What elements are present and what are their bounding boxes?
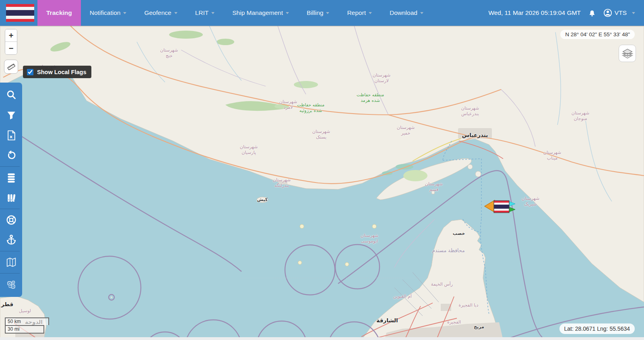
thailand-flag-logo[interactable] xyxy=(6,4,34,22)
database-icon xyxy=(6,172,17,183)
chevron-down-icon xyxy=(632,12,635,14)
chevron-down-icon xyxy=(286,12,289,14)
map-icon xyxy=(5,256,17,268)
nav-report[interactable]: Report xyxy=(338,0,381,26)
search-button[interactable] xyxy=(0,85,22,105)
divider xyxy=(0,166,20,167)
scale-mi: 30 mi xyxy=(5,325,44,334)
anchor-icon xyxy=(5,234,17,246)
show-local-flags-toggle: Show Local Flags xyxy=(23,66,91,78)
nav-geofence[interactable]: Geofence xyxy=(135,0,186,26)
archive-icon xyxy=(6,192,17,203)
main-menu: Tracking Notification Geofence LRIT Ship… xyxy=(37,0,432,26)
map-button[interactable] xyxy=(0,252,22,272)
divider xyxy=(0,273,20,274)
measure-tool-button[interactable] xyxy=(4,60,18,74)
layers-icon xyxy=(621,48,634,60)
divider xyxy=(0,209,20,209)
excel-export-button[interactable]: x xyxy=(0,125,22,145)
user-circle-icon xyxy=(603,8,612,17)
database-button[interactable] xyxy=(0,168,22,188)
nav-download[interactable]: Download xyxy=(381,0,432,26)
nav-lrit[interactable]: LRIT xyxy=(186,0,224,26)
nav-notification[interactable]: Notification xyxy=(81,0,136,26)
chevron-down-icon xyxy=(369,12,372,14)
bell-icon xyxy=(588,9,596,17)
cluster-button[interactable] xyxy=(0,274,22,294)
user-menu[interactable]: VTS xyxy=(603,8,635,17)
show-local-flags-checkbox[interactable] xyxy=(27,69,33,75)
filter-icon xyxy=(6,110,17,121)
vts-application: Tracking Notification Geofence LRIT Ship… xyxy=(0,0,644,340)
search-icon xyxy=(5,89,17,101)
datetime-display: Wed, 11 Mar 2026 05:19:04 GMT xyxy=(488,9,580,17)
map-tools-sidebar: x xyxy=(0,83,22,297)
chevron-down-icon xyxy=(123,12,126,14)
nav-tracking[interactable]: Tracking xyxy=(37,0,81,26)
navbar-right: Wed, 11 Mar 2026 05:19:04 GMT VTS xyxy=(488,8,644,17)
chevron-down-icon xyxy=(420,12,423,14)
layers-control-button[interactable] xyxy=(619,45,636,62)
archive-button[interactable] xyxy=(0,188,22,208)
refresh-button[interactable] xyxy=(0,145,22,166)
show-local-flags-label: Show Local Flags xyxy=(37,69,86,75)
vessel-arrow-orange xyxy=(485,200,495,212)
filter-button[interactable] xyxy=(0,105,22,125)
refresh-icon xyxy=(6,150,17,161)
excel-export-icon: x xyxy=(6,130,17,141)
notifications-bell-button[interactable] xyxy=(588,9,596,17)
map-scale-control: 50 km 30 mi xyxy=(5,317,49,334)
zoom-out-button[interactable]: − xyxy=(5,42,17,54)
map-artwork xyxy=(0,26,644,340)
bottom-edge-strip xyxy=(0,337,644,340)
ruler-icon xyxy=(7,62,16,71)
top-navbar: Tracking Notification Geofence LRIT Ship… xyxy=(0,0,644,26)
chevron-down-icon xyxy=(174,12,178,14)
cluster-icon xyxy=(6,279,17,290)
scale-km: 50 km xyxy=(5,317,49,325)
zoom-control: + − xyxy=(5,29,17,55)
user-label: VTS xyxy=(615,9,627,17)
lifebuoy-button[interactable] xyxy=(0,210,22,230)
chevron-down-icon xyxy=(211,12,215,14)
svg-text:x: x xyxy=(9,134,12,139)
thai-flag xyxy=(494,201,509,213)
nav-ship-management[interactable]: Ship Management xyxy=(223,0,298,26)
lifebuoy-icon xyxy=(5,214,17,226)
anchor-button[interactable] xyxy=(0,230,22,250)
chevron-down-icon xyxy=(326,12,329,14)
divider xyxy=(0,251,20,251)
map-canvas[interactable]: شهرستانشهرستان خنجشهرستان لارستانشهرستان… xyxy=(0,26,644,340)
vessel-marker-thailand[interactable] xyxy=(484,200,516,215)
cursor-coordinates-display: N 28° 04' 02" E 55° 33' 48" xyxy=(560,30,635,39)
zoom-in-button[interactable]: + xyxy=(5,29,17,42)
nav-billing[interactable]: Billing xyxy=(298,0,338,26)
latlng-display: Lat: 28.0671 Lng: 55.5634 xyxy=(559,323,635,334)
